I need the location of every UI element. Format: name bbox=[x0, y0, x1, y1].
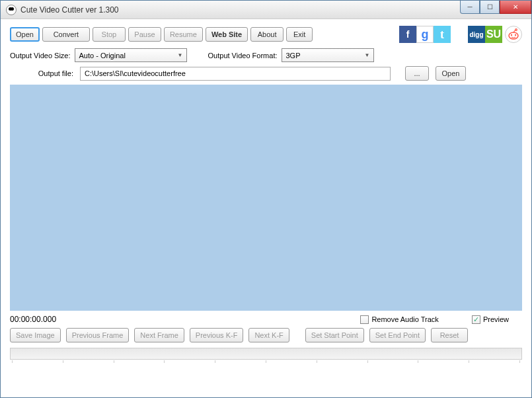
preview-label: Preview bbox=[483, 315, 509, 323]
output-format-select[interactable]: 3GP bbox=[282, 48, 374, 62]
status-row: 00:00:00.000 Remove Audio Track Preview bbox=[10, 315, 522, 324]
timeline-slider[interactable] bbox=[10, 348, 522, 360]
social-icons: f g digg SU bbox=[399, 26, 522, 43]
previous-frame-button[interactable]: Previous Frame bbox=[66, 328, 130, 342]
open-output-button[interactable]: Open bbox=[436, 66, 466, 81]
open-button[interactable]: Open bbox=[10, 27, 40, 42]
preview-box[interactable] bbox=[472, 315, 480, 324]
output-size-label: Output Video Size: bbox=[10, 52, 71, 60]
facebook-icon[interactable]: f bbox=[399, 26, 416, 43]
svg-point-2 bbox=[515, 34, 516, 36]
settings-row-1: Output Video Size: Auto - Original Outpu… bbox=[10, 48, 522, 62]
remove-audio-checkbox[interactable]: Remove Audio Track bbox=[360, 315, 439, 324]
stop-button[interactable]: Stop bbox=[93, 27, 126, 42]
output-file-input[interactable] bbox=[80, 67, 391, 81]
preview-checkbox[interactable]: Preview bbox=[472, 315, 509, 324]
digg-icon[interactable]: digg bbox=[468, 26, 485, 43]
browse-button[interactable]: ... bbox=[405, 66, 429, 81]
save-image-button[interactable]: Save Image bbox=[10, 328, 61, 342]
remove-audio-label: Remove Audio Track bbox=[371, 315, 439, 323]
svg-point-1 bbox=[511, 34, 512, 36]
app-icon bbox=[6, 5, 17, 15]
google-icon[interactable]: g bbox=[416, 26, 434, 43]
close-button[interactable]: ✕ bbox=[500, 1, 531, 14]
titlebar: Cute Video Cutter ver 1.300 ─ ☐ ✕ bbox=[1, 1, 531, 19]
content-area: Open Convert Stop Pause Resume Web Site … bbox=[1, 19, 531, 366]
previous-keyframe-button[interactable]: Previous K-F bbox=[190, 328, 244, 342]
remove-audio-box[interactable] bbox=[360, 315, 369, 324]
output-file-label: Output file: bbox=[10, 69, 73, 77]
output-format-label: Output Video Format: bbox=[208, 52, 278, 60]
convert-button[interactable]: Convert bbox=[42, 27, 90, 42]
app-window: Cute Video Cutter ver 1.300 ─ ☐ ✕ Open C… bbox=[0, 0, 532, 398]
next-frame-button[interactable]: Next Frame bbox=[134, 328, 184, 342]
reddit-icon[interactable] bbox=[505, 26, 522, 43]
next-keyframe-button[interactable]: Next K-F bbox=[248, 328, 289, 342]
set-start-point-button[interactable]: Set Start Point bbox=[305, 328, 364, 342]
main-toolbar: Open Convert Stop Pause Resume Web Site … bbox=[10, 26, 522, 43]
video-preview bbox=[10, 85, 522, 311]
svg-point-4 bbox=[515, 29, 517, 31]
pause-button[interactable]: Pause bbox=[128, 27, 161, 42]
set-end-point-button[interactable]: Set End Point bbox=[369, 328, 426, 342]
output-size-select[interactable]: Auto - Original bbox=[75, 48, 187, 62]
reset-button[interactable]: Reset bbox=[431, 328, 468, 342]
timeline-ticks bbox=[11, 360, 521, 363]
delicious-icon[interactable] bbox=[451, 26, 468, 43]
maximize-button[interactable]: ☐ bbox=[480, 1, 500, 14]
resume-button[interactable]: Resume bbox=[164, 27, 203, 42]
stumbleupon-icon[interactable]: SU bbox=[485, 26, 502, 43]
about-button[interactable]: About bbox=[250, 27, 284, 42]
output-file-row: Output file: ... Open bbox=[10, 66, 522, 81]
website-button[interactable]: Web Site bbox=[206, 27, 248, 42]
twitter-icon[interactable] bbox=[434, 26, 451, 43]
frame-controls: Save Image Previous Frame Next Frame Pre… bbox=[10, 328, 522, 342]
minimize-button[interactable]: ─ bbox=[460, 1, 480, 14]
exit-button[interactable]: Exit bbox=[286, 27, 313, 42]
window-title: Cute Video Cutter ver 1.300 bbox=[20, 5, 119, 15]
timecode: 00:00:00.000 bbox=[10, 315, 56, 324]
